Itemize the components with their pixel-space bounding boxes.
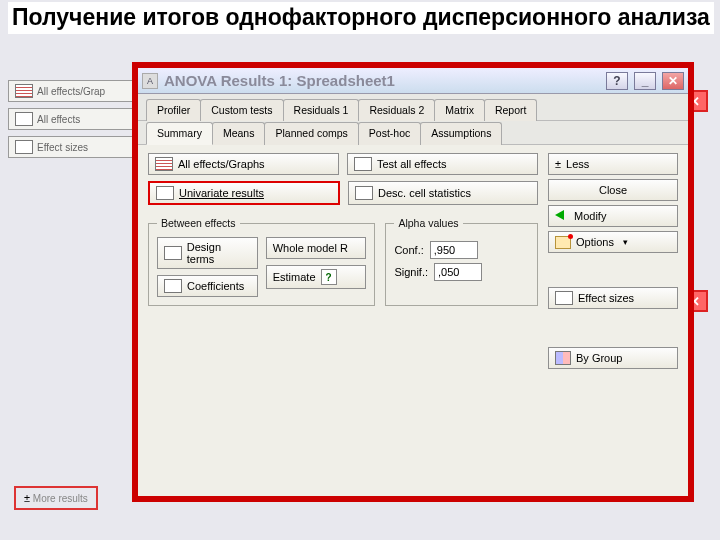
coefficients-button[interactable]: Coefficients xyxy=(157,275,258,297)
app-icon: A xyxy=(142,73,158,89)
options-dropdown[interactable]: Options xyxy=(548,231,678,253)
button-label: By Group xyxy=(576,352,622,364)
conf-input[interactable] xyxy=(430,241,478,259)
button-label: Options xyxy=(576,236,614,248)
dialog-window: A ANOVA Results 1: Spreadsheet1 ? _ ✕ Pr… xyxy=(132,62,694,502)
alpha-legend: Alpha values xyxy=(394,217,462,229)
table-icon xyxy=(15,112,33,126)
button-label: Close xyxy=(599,184,627,196)
univariate-results-button[interactable]: Univariate results xyxy=(148,181,340,205)
tabs-secondary: Profiler Custom tests Residuals 1 Residu… xyxy=(138,94,688,121)
options-icon xyxy=(555,236,571,249)
button-label: Modify xyxy=(574,210,606,222)
whole-model-r-button[interactable]: Whole model R xyxy=(266,237,367,259)
bg-all-effects-graphs: All effects/Grap xyxy=(8,80,138,102)
tab-matrix[interactable]: Matrix xyxy=(434,99,485,121)
tab-planned-comps[interactable]: Planned comps xyxy=(264,122,358,145)
tabs-primary: Summary Means Planned comps Post-hoc Ass… xyxy=(138,121,688,145)
tab-post-hoc[interactable]: Post-hoc xyxy=(358,122,421,145)
table-icon xyxy=(355,186,373,200)
table-icon xyxy=(354,157,372,171)
button-label: Design terms xyxy=(187,241,251,265)
help-button[interactable]: ? xyxy=(606,72,628,90)
button-label: Univariate results xyxy=(179,187,264,199)
group-icon xyxy=(555,351,571,365)
button-label: Test all effects xyxy=(377,158,447,170)
conf-label: Conf.: xyxy=(394,244,423,256)
tab-residuals-1[interactable]: Residuals 1 xyxy=(283,99,360,121)
bg-more-results: ± More results xyxy=(14,486,98,510)
between-effects-group: Between effects Design terms Coefficient… xyxy=(148,217,375,306)
minimize-button[interactable]: _ xyxy=(634,72,656,90)
tab-assumptions[interactable]: Assumptions xyxy=(420,122,502,145)
table-icon xyxy=(156,186,174,200)
close-dialog-button[interactable]: Close xyxy=(548,179,678,201)
button-label: All effects/Graphs xyxy=(178,158,265,170)
table-icon xyxy=(164,279,182,293)
tab-report[interactable]: Report xyxy=(484,99,538,121)
test-all-effects-button[interactable]: Test all effects xyxy=(347,153,538,175)
tab-residuals-2[interactable]: Residuals 2 xyxy=(358,99,435,121)
between-legend: Between effects xyxy=(157,217,240,229)
chart-icon xyxy=(155,157,173,171)
button-label: Coefficients xyxy=(187,280,244,292)
button-label: Whole model R xyxy=(273,242,348,254)
effect-sizes-button[interactable]: Effect sizes xyxy=(548,287,678,309)
alpha-values-group: Alpha values Conf.: Signif.: xyxy=(385,217,538,306)
tab-profiler[interactable]: Profiler xyxy=(146,99,201,121)
button-label: Less xyxy=(566,158,589,170)
signif-label: Signif.: xyxy=(394,266,428,278)
titlebar: A ANOVA Results 1: Spreadsheet1 ? _ ✕ xyxy=(138,68,688,94)
grid-icon xyxy=(15,84,33,98)
table-icon xyxy=(164,246,182,260)
design-terms-button[interactable]: Design terms xyxy=(157,237,258,269)
help-icon[interactable]: ? xyxy=(321,269,337,285)
estimate-button[interactable]: Estimate ? xyxy=(266,265,367,289)
desc-cell-statistics-button[interactable]: Desc. cell statistics xyxy=(348,181,538,205)
less-button[interactable]: ± Less xyxy=(548,153,678,175)
signif-input[interactable] xyxy=(434,263,482,281)
tab-summary[interactable]: Summary xyxy=(146,122,213,145)
table-icon xyxy=(555,291,573,305)
dialog-title: ANOVA Results 1: Spreadsheet1 xyxy=(164,72,395,89)
close-button[interactable]: ✕ xyxy=(662,72,684,90)
arrow-left-icon xyxy=(555,210,569,222)
bg-all-effects: All effects xyxy=(8,108,138,130)
tab-custom-tests[interactable]: Custom tests xyxy=(200,99,283,121)
button-label: Desc. cell statistics xyxy=(378,187,471,199)
table-icon xyxy=(15,140,33,154)
by-group-button[interactable]: By Group xyxy=(548,347,678,369)
toggle-icon: ± xyxy=(555,158,561,170)
all-effects-graphs-button[interactable]: All effects/Graphs xyxy=(148,153,339,175)
button-label: Estimate xyxy=(273,271,316,283)
modify-button[interactable]: Modify xyxy=(548,205,678,227)
bg-effect-sizes: Effect sizes xyxy=(8,136,138,158)
tab-means[interactable]: Means xyxy=(212,122,266,145)
page-title: Получение итогов однофакторного дисперси… xyxy=(8,2,714,34)
button-label: Effect sizes xyxy=(578,292,634,304)
